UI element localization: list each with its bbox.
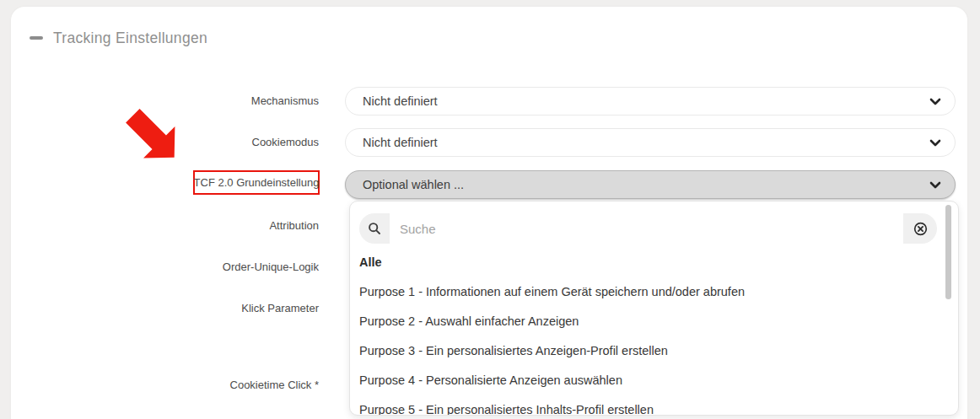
select-tcf-grundeinstellung[interactable]: Optional wählen ...	[345, 170, 956, 199]
select-mechanismus[interactable]: Nicht definiert	[345, 87, 956, 115]
tracking-settings-card: Tracking Einstellungen Mechanismus Nicht…	[11, 7, 967, 419]
clear-search-icon[interactable]	[903, 213, 937, 244]
label-order-unique-logik: Order-Unique-Logik	[11, 261, 319, 274]
select-cookiemodus[interactable]: Nicht definiert	[345, 128, 956, 157]
dropdown-search-bar	[359, 213, 937, 244]
label-attribution: Attribution	[11, 219, 319, 233]
option-purpose-2[interactable]: Purpose 2 - Auswahl einfacher Anzeigen	[350, 306, 940, 336]
red-annotation-arrow-icon	[122, 105, 185, 168]
section-title: Tracking Einstellungen	[53, 30, 207, 47]
label-tcf-grundeinstellung: TCF 2.0 Grundeinstellung	[194, 176, 320, 189]
tcf-dropdown-panel: Alle Purpose 1 - Informationen auf einem…	[349, 201, 959, 416]
page: Tracking Einstellungen Mechanismus Nicht…	[0, 0, 980, 419]
label-klick-parameter: Klick Parameter	[11, 302, 319, 315]
option-purpose-3[interactable]: Purpose 3 - Ein personalisiertes Anzeige…	[350, 336, 940, 365]
label-cookietime-click: Cookietime Click *	[11, 379, 319, 392]
chevron-down-icon	[929, 139, 941, 147]
select-cookiemodus-value: Nicht definiert	[363, 136, 923, 149]
chevron-down-icon	[929, 181, 941, 189]
search-input[interactable]	[390, 213, 903, 244]
dropdown-options-list: Alle Purpose 1 - Informationen auf einem…	[350, 247, 940, 416]
select-tcf-value: Optional wählen ...	[363, 178, 923, 191]
collapse-minus-icon[interactable]	[30, 36, 43, 40]
chevron-down-icon	[929, 98, 941, 105]
tcf-label-highlight-box: TCF 2.0 Grundeinstellung	[193, 170, 320, 195]
option-purpose-4[interactable]: Purpose 4 - Personalisierte Anzeigen aus…	[350, 365, 940, 395]
option-purpose-5[interactable]: Purpose 5 - Ein personalisiertes Inhalts…	[350, 395, 940, 416]
select-mechanismus-value: Nicht definiert	[363, 94, 923, 108]
option-purpose-1[interactable]: Purpose 1 - Informationen auf einem Gerä…	[350, 277, 940, 306]
section-header: Tracking Einstellungen	[30, 28, 207, 48]
option-alle[interactable]: Alle	[350, 247, 940, 277]
search-icon	[359, 213, 390, 244]
dropdown-scrollbar[interactable]	[945, 205, 951, 299]
